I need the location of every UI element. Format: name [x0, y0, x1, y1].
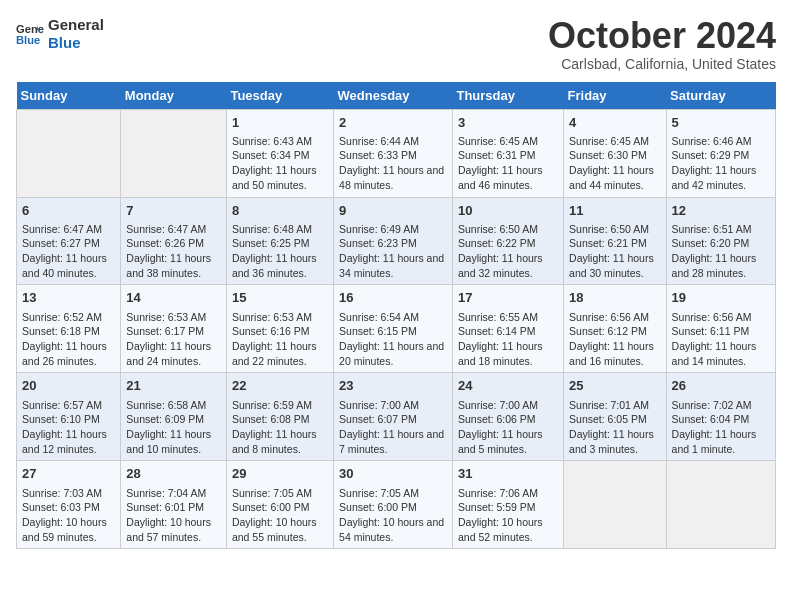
calendar-cell: 19Sunrise: 6:56 AM Sunset: 6:11 PM Dayli…: [666, 285, 775, 373]
calendar-cell: 30Sunrise: 7:05 AM Sunset: 6:00 PM Dayli…: [334, 461, 453, 549]
cell-content: Sunrise: 6:46 AM Sunset: 6:29 PM Dayligh…: [672, 134, 770, 193]
header-tuesday: Tuesday: [226, 82, 333, 110]
calendar-cell: 16Sunrise: 6:54 AM Sunset: 6:15 PM Dayli…: [334, 285, 453, 373]
calendar-cell: 2Sunrise: 6:44 AM Sunset: 6:33 PM Daylig…: [334, 109, 453, 197]
calendar-cell: 24Sunrise: 7:00 AM Sunset: 6:06 PM Dayli…: [452, 373, 563, 461]
cell-content: Sunrise: 6:47 AM Sunset: 6:27 PM Dayligh…: [22, 222, 115, 281]
day-number: 27: [22, 465, 115, 483]
cell-content: Sunrise: 7:05 AM Sunset: 6:00 PM Dayligh…: [339, 486, 447, 545]
cell-content: Sunrise: 6:48 AM Sunset: 6:25 PM Dayligh…: [232, 222, 328, 281]
day-number: 18: [569, 289, 661, 307]
calendar-cell: 7Sunrise: 6:47 AM Sunset: 6:26 PM Daylig…: [121, 197, 227, 285]
day-number: 5: [672, 114, 770, 132]
week-row-4: 20Sunrise: 6:57 AM Sunset: 6:10 PM Dayli…: [17, 373, 776, 461]
cell-content: Sunrise: 7:00 AM Sunset: 6:07 PM Dayligh…: [339, 398, 447, 457]
calendar-cell: 12Sunrise: 6:51 AM Sunset: 6:20 PM Dayli…: [666, 197, 775, 285]
day-number: 22: [232, 377, 328, 395]
calendar-cell: 27Sunrise: 7:03 AM Sunset: 6:03 PM Dayli…: [17, 461, 121, 549]
day-number: 13: [22, 289, 115, 307]
header-thursday: Thursday: [452, 82, 563, 110]
day-number: 16: [339, 289, 447, 307]
calendar-cell: 23Sunrise: 7:00 AM Sunset: 6:07 PM Dayli…: [334, 373, 453, 461]
week-row-3: 13Sunrise: 6:52 AM Sunset: 6:18 PM Dayli…: [17, 285, 776, 373]
cell-content: Sunrise: 6:53 AM Sunset: 6:16 PM Dayligh…: [232, 310, 328, 369]
calendar-cell: [17, 109, 121, 197]
cell-content: Sunrise: 7:06 AM Sunset: 5:59 PM Dayligh…: [458, 486, 558, 545]
day-number: 29: [232, 465, 328, 483]
calendar-cell: 5Sunrise: 6:46 AM Sunset: 6:29 PM Daylig…: [666, 109, 775, 197]
page-header: General Blue General Blue October 2024 C…: [16, 16, 776, 72]
logo: General Blue General Blue: [16, 16, 104, 52]
calendar-cell: 14Sunrise: 6:53 AM Sunset: 6:17 PM Dayli…: [121, 285, 227, 373]
day-number: 10: [458, 202, 558, 220]
header-wednesday: Wednesday: [334, 82, 453, 110]
day-number: 8: [232, 202, 328, 220]
day-number: 30: [339, 465, 447, 483]
cell-content: Sunrise: 6:52 AM Sunset: 6:18 PM Dayligh…: [22, 310, 115, 369]
week-row-1: 1Sunrise: 6:43 AM Sunset: 6:34 PM Daylig…: [17, 109, 776, 197]
calendar-cell: 8Sunrise: 6:48 AM Sunset: 6:25 PM Daylig…: [226, 197, 333, 285]
logo-text-blue: Blue: [48, 34, 104, 52]
cell-content: Sunrise: 6:51 AM Sunset: 6:20 PM Dayligh…: [672, 222, 770, 281]
cell-content: Sunrise: 6:50 AM Sunset: 6:22 PM Dayligh…: [458, 222, 558, 281]
cell-content: Sunrise: 6:49 AM Sunset: 6:23 PM Dayligh…: [339, 222, 447, 281]
day-number: 12: [672, 202, 770, 220]
calendar-cell: 28Sunrise: 7:04 AM Sunset: 6:01 PM Dayli…: [121, 461, 227, 549]
title-block: October 2024 Carlsbad, California, Unite…: [548, 16, 776, 72]
logo-text-general: General: [48, 16, 104, 34]
cell-content: Sunrise: 6:54 AM Sunset: 6:15 PM Dayligh…: [339, 310, 447, 369]
cell-content: Sunrise: 6:58 AM Sunset: 6:09 PM Dayligh…: [126, 398, 221, 457]
logo-icon: General Blue: [16, 20, 44, 48]
day-number: 9: [339, 202, 447, 220]
day-number: 1: [232, 114, 328, 132]
cell-content: Sunrise: 6:44 AM Sunset: 6:33 PM Dayligh…: [339, 134, 447, 193]
calendar-cell: 22Sunrise: 6:59 AM Sunset: 6:08 PM Dayli…: [226, 373, 333, 461]
calendar-cell: [564, 461, 667, 549]
cell-content: Sunrise: 6:55 AM Sunset: 6:14 PM Dayligh…: [458, 310, 558, 369]
day-number: 26: [672, 377, 770, 395]
cell-content: Sunrise: 6:56 AM Sunset: 6:11 PM Dayligh…: [672, 310, 770, 369]
day-number: 3: [458, 114, 558, 132]
cell-content: Sunrise: 7:03 AM Sunset: 6:03 PM Dayligh…: [22, 486, 115, 545]
week-row-5: 27Sunrise: 7:03 AM Sunset: 6:03 PM Dayli…: [17, 461, 776, 549]
calendar-cell: 18Sunrise: 6:56 AM Sunset: 6:12 PM Dayli…: [564, 285, 667, 373]
month-title: October 2024: [548, 16, 776, 56]
header-saturday: Saturday: [666, 82, 775, 110]
calendar-cell: 20Sunrise: 6:57 AM Sunset: 6:10 PM Dayli…: [17, 373, 121, 461]
calendar-cell: 1Sunrise: 6:43 AM Sunset: 6:34 PM Daylig…: [226, 109, 333, 197]
cell-content: Sunrise: 6:53 AM Sunset: 6:17 PM Dayligh…: [126, 310, 221, 369]
day-number: 19: [672, 289, 770, 307]
calendar-cell: 3Sunrise: 6:45 AM Sunset: 6:31 PM Daylig…: [452, 109, 563, 197]
cell-content: Sunrise: 6:45 AM Sunset: 6:30 PM Dayligh…: [569, 134, 661, 193]
calendar-cell: 31Sunrise: 7:06 AM Sunset: 5:59 PM Dayli…: [452, 461, 563, 549]
day-number: 15: [232, 289, 328, 307]
calendar-body: 1Sunrise: 6:43 AM Sunset: 6:34 PM Daylig…: [17, 109, 776, 549]
cell-content: Sunrise: 7:02 AM Sunset: 6:04 PM Dayligh…: [672, 398, 770, 457]
day-number: 6: [22, 202, 115, 220]
day-number: 14: [126, 289, 221, 307]
day-number: 25: [569, 377, 661, 395]
calendar-cell: 10Sunrise: 6:50 AM Sunset: 6:22 PM Dayli…: [452, 197, 563, 285]
day-number: 4: [569, 114, 661, 132]
calendar-cell: 29Sunrise: 7:05 AM Sunset: 6:00 PM Dayli…: [226, 461, 333, 549]
calendar-table: SundayMondayTuesdayWednesdayThursdayFrid…: [16, 82, 776, 550]
cell-content: Sunrise: 7:05 AM Sunset: 6:00 PM Dayligh…: [232, 486, 328, 545]
svg-text:General: General: [16, 23, 44, 35]
cell-content: Sunrise: 6:57 AM Sunset: 6:10 PM Dayligh…: [22, 398, 115, 457]
cell-content: Sunrise: 6:43 AM Sunset: 6:34 PM Dayligh…: [232, 134, 328, 193]
calendar-cell: 26Sunrise: 7:02 AM Sunset: 6:04 PM Dayli…: [666, 373, 775, 461]
calendar-cell: 13Sunrise: 6:52 AM Sunset: 6:18 PM Dayli…: [17, 285, 121, 373]
cell-content: Sunrise: 6:45 AM Sunset: 6:31 PM Dayligh…: [458, 134, 558, 193]
day-number: 7: [126, 202, 221, 220]
cell-content: Sunrise: 7:04 AM Sunset: 6:01 PM Dayligh…: [126, 486, 221, 545]
day-number: 28: [126, 465, 221, 483]
day-number: 17: [458, 289, 558, 307]
cell-content: Sunrise: 6:59 AM Sunset: 6:08 PM Dayligh…: [232, 398, 328, 457]
cell-content: Sunrise: 7:00 AM Sunset: 6:06 PM Dayligh…: [458, 398, 558, 457]
day-number: 21: [126, 377, 221, 395]
day-number: 31: [458, 465, 558, 483]
week-row-2: 6Sunrise: 6:47 AM Sunset: 6:27 PM Daylig…: [17, 197, 776, 285]
calendar-cell: [666, 461, 775, 549]
calendar-cell: 6Sunrise: 6:47 AM Sunset: 6:27 PM Daylig…: [17, 197, 121, 285]
svg-text:Blue: Blue: [16, 34, 40, 46]
